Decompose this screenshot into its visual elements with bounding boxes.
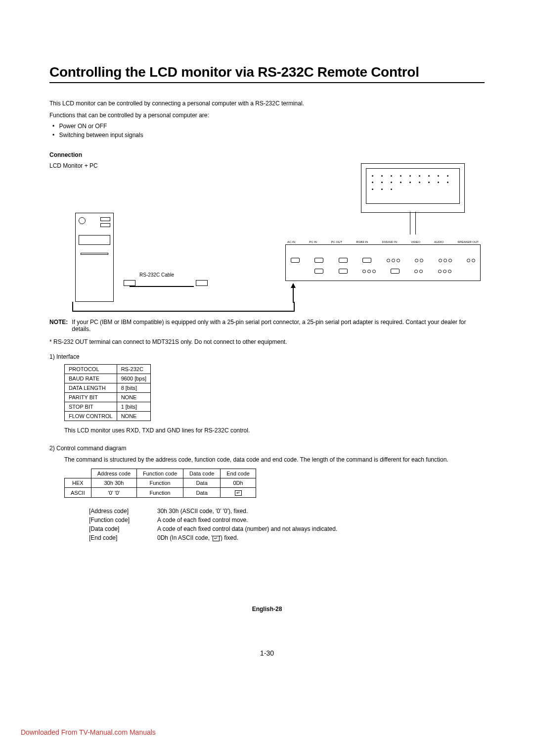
enter-cell: ↵: [221, 488, 256, 498]
section-2-heading: 2) Control command diagram: [49, 445, 485, 452]
cable-label: RS-232C Cable: [139, 272, 174, 278]
intro-1: This LCD monitor can be controlled by co…: [49, 100, 485, 107]
note-row: NOTE: If your PC (IBM or IBM compatible)…: [49, 319, 485, 332]
monitor-connector-panel: [285, 244, 481, 281]
bullet-item: Power ON or OFF: [59, 122, 485, 131]
section-1-heading: 1) Interface: [49, 353, 485, 360]
section-1-note: This LCD monitor uses RXD, TXD and GND l…: [64, 427, 485, 434]
page-title: Controlling the LCD monitor via RS-232C …: [49, 64, 485, 83]
connection-diagram: AC IN PC IN PC OUT RGB3 IN DVD/HD IN VID…: [49, 173, 485, 312]
pc-illustration: [75, 213, 114, 302]
note-label: NOTE:: [49, 319, 68, 332]
download-source: Downloaded From TV-Manual.com Manuals: [21, 728, 156, 736]
code-description-list: [Address code]30h 30h (ASCII code, '0' '…: [89, 507, 485, 542]
intro-2: Functions that can be controlled by a pe…: [49, 112, 485, 119]
note-text: If your PC (IBM or IBM compatible) is eq…: [72, 319, 485, 332]
monitor-back-illustration: [361, 163, 465, 213]
connection-heading: Connection: [49, 151, 485, 158]
command-table: Address code Function code Data code End…: [64, 469, 256, 498]
interface-table: PROTOCOLRS-232C BAUD RATE9600 [bps] DATA…: [64, 364, 151, 421]
page-language-number: English-28: [0, 606, 534, 613]
section-2-paragraph: The command is structured by the address…: [64, 456, 485, 464]
bullet-item: Switching between input signals: [59, 131, 485, 140]
panel-port-labels: AC IN PC IN PC OUT RGB3 IN DVD/HD IN VID…: [285, 240, 481, 243]
page-number: 1-30: [0, 649, 534, 657]
bullet-list: Power ON or OFF Switching between input …: [59, 122, 485, 140]
star-note: * RS-232 OUT terminal can connect to MDT…: [49, 338, 485, 345]
end-code-desc: 0Dh (In ASCII code, '↵') fixed.: [157, 534, 238, 541]
